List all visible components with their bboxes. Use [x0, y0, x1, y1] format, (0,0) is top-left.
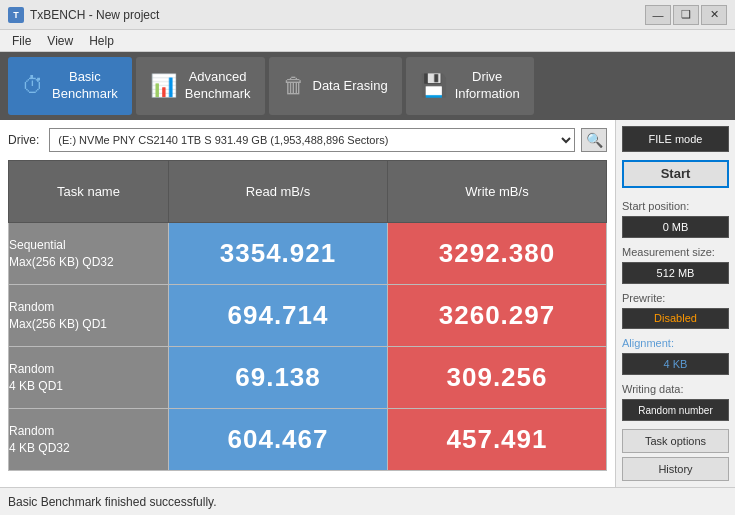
drive-select[interactable]: (E:) NVMe PNY CS2140 1TB S 931.49 GB (1,…: [49, 128, 575, 152]
col-task-name: Task name: [9, 161, 169, 223]
toolbar-basic-benchmark[interactable]: ⏱ Basic Benchmark: [8, 57, 132, 115]
task-random-4kb-qd1: Random4 KB QD1: [9, 347, 169, 409]
alignment-label: Alignment:: [622, 337, 729, 349]
read-random-4kb-qd1: 69.138: [169, 347, 388, 409]
task-options-button[interactable]: Task options: [622, 429, 729, 453]
prewrite-value: Disabled: [622, 308, 729, 330]
write-sequential-value: 3292.380: [388, 226, 606, 281]
window-controls: — ❑ ✕: [645, 5, 727, 25]
history-button[interactable]: History: [622, 457, 729, 481]
start-position-label: Start position:: [622, 200, 729, 212]
toolbar: ⏱ Basic Benchmark 📊 Advanced Benchmark 🗑…: [0, 52, 735, 120]
status-bar: Basic Benchmark finished successfully.: [0, 487, 735, 515]
minimize-button[interactable]: —: [645, 5, 671, 25]
measurement-size-value: 512 MB: [622, 262, 729, 284]
menu-file[interactable]: File: [4, 32, 39, 50]
col-read: Read mB/s: [169, 161, 388, 223]
file-mode-button[interactable]: FILE mode: [622, 126, 729, 152]
drive-label: Drive:: [8, 133, 39, 147]
basic-benchmark-label: Basic: [52, 69, 118, 86]
menu-bar: File View Help: [0, 30, 735, 52]
right-panel: FILE mode Start Start position: 0 MB Mea…: [615, 120, 735, 487]
status-text: Basic Benchmark finished successfully.: [8, 495, 217, 509]
menu-view[interactable]: View: [39, 32, 81, 50]
menu-help[interactable]: Help: [81, 32, 122, 50]
measurement-size-label: Measurement size:: [622, 246, 729, 258]
read-random-4kb-qd1-value: 69.138: [169, 350, 387, 405]
read-random-256kb-value: 694.714: [169, 288, 387, 343]
writing-data-label: Writing data:: [622, 383, 729, 395]
data-erasing-label: Data Erasing: [313, 78, 388, 95]
toolbar-drive-information[interactable]: 💾 Drive Information: [406, 57, 534, 115]
read-random-4kb-qd32: 604.467: [169, 409, 388, 471]
drive-information-label2: Information: [455, 86, 520, 103]
left-panel: Drive: (E:) NVMe PNY CS2140 1TB S 931.49…: [0, 120, 615, 487]
advanced-benchmark-icon: 📊: [150, 73, 177, 99]
start-button[interactable]: Start: [622, 160, 729, 188]
start-position-value: 0 MB: [622, 216, 729, 238]
table-row: RandomMax(256 KB) QD1 694.714 3260.297: [9, 285, 607, 347]
task-sequential: SequentialMax(256 KB) QD32: [9, 223, 169, 285]
read-random-4kb-qd32-value: 604.467: [169, 412, 387, 467]
toolbar-advanced-benchmark[interactable]: 📊 Advanced Benchmark: [136, 57, 265, 115]
col-write: Write mB/s: [388, 161, 607, 223]
write-random-4kb-qd1: 309.256: [388, 347, 607, 409]
advanced-benchmark-label: Advanced: [185, 69, 251, 86]
read-random-256kb: 694.714: [169, 285, 388, 347]
writing-data-value: Random number: [622, 399, 729, 421]
app-icon: T: [8, 7, 24, 23]
window-title: TxBENCH - New project: [30, 8, 159, 22]
read-sequential-value: 3354.921: [169, 226, 387, 281]
write-random-4kb-qd32-value: 457.491: [388, 412, 606, 467]
write-random-4kb-qd1-value: 309.256: [388, 350, 606, 405]
main-content: Drive: (E:) NVMe PNY CS2140 1TB S 931.49…: [0, 120, 735, 487]
read-sequential: 3354.921: [169, 223, 388, 285]
prewrite-label: Prewrite:: [622, 292, 729, 304]
write-random-256kb: 3260.297: [388, 285, 607, 347]
basic-benchmark-icon: ⏱: [22, 73, 44, 99]
task-random-256kb: RandomMax(256 KB) QD1: [9, 285, 169, 347]
benchmark-table: Task name Read mB/s Write mB/s Sequentia…: [8, 160, 607, 471]
table-row: Random4 KB QD1 69.138 309.256: [9, 347, 607, 409]
write-random-4kb-qd32: 457.491: [388, 409, 607, 471]
task-random-4kb-qd32: Random4 KB QD32: [9, 409, 169, 471]
drive-information-icon: 💾: [420, 73, 447, 99]
write-random-256kb-value: 3260.297: [388, 288, 606, 343]
advanced-benchmark-label2: Benchmark: [185, 86, 251, 103]
restore-button[interactable]: ❑: [673, 5, 699, 25]
close-button[interactable]: ✕: [701, 5, 727, 25]
write-sequential: 3292.380: [388, 223, 607, 285]
drive-refresh-button[interactable]: 🔍: [581, 128, 607, 152]
table-row: Random4 KB QD32 604.467 457.491: [9, 409, 607, 471]
alignment-value: 4 KB: [622, 353, 729, 375]
title-bar: T TxBENCH - New project — ❑ ✕: [0, 0, 735, 30]
toolbar-data-erasing[interactable]: 🗑 Data Erasing: [269, 57, 402, 115]
drive-row: Drive: (E:) NVMe PNY CS2140 1TB S 931.49…: [8, 128, 607, 152]
basic-benchmark-label2: Benchmark: [52, 86, 118, 103]
table-row: SequentialMax(256 KB) QD32 3354.921 3292…: [9, 223, 607, 285]
data-erasing-icon: 🗑: [283, 73, 305, 99]
drive-information-label: Drive: [455, 69, 520, 86]
